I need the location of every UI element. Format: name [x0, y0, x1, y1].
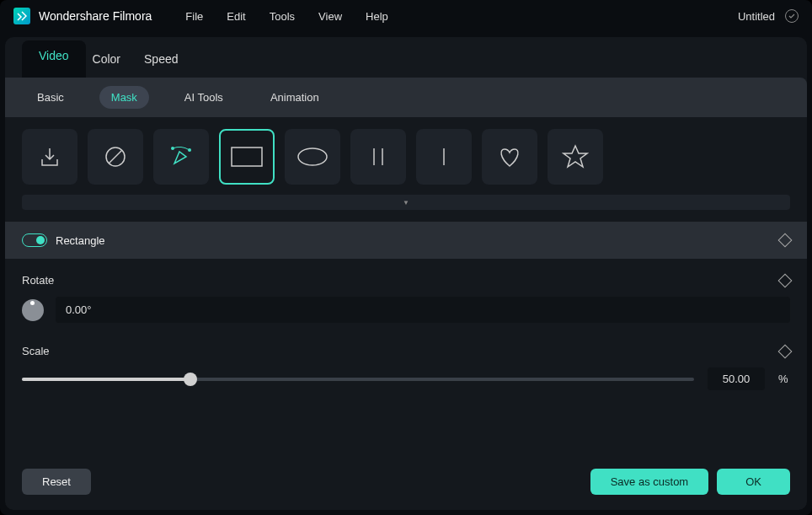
pen-icon: [168, 143, 195, 170]
rotate-knob[interactable]: [22, 299, 44, 321]
app-name: Wondershare Filmora: [39, 9, 152, 23]
titlebar: Wondershare Filmora File Edit Tools View…: [0, 0, 812, 32]
mask-section-header: Rectangle: [5, 222, 807, 259]
content-area: ▼ Rectangle Rotate 0.00° Sca: [5, 117, 807, 457]
panel: Video Color Speed Basic Mask AI Tools An…: [5, 37, 807, 510]
subtab-ai-tools[interactable]: AI Tools: [173, 86, 235, 109]
single-line-icon: [431, 144, 457, 169]
import-icon: [37, 144, 62, 169]
slider-thumb[interactable]: [184, 373, 197, 386]
svg-point-5: [298, 148, 327, 165]
rotate-label: Rotate: [22, 274, 54, 287]
expand-strip[interactable]: ▼: [22, 195, 790, 210]
shape-rectangle[interactable]: [219, 129, 275, 185]
scale-keyframe-icon[interactable]: [778, 344, 793, 358]
scale-value-field[interactable]: 50.00: [708, 367, 765, 390]
footer: Reset Save as custom OK: [5, 457, 807, 510]
shape-pen[interactable]: [153, 129, 209, 185]
subtab-animation[interactable]: Animation: [259, 86, 331, 109]
rectangle-icon: [230, 146, 264, 168]
subtab-mask[interactable]: Mask: [99, 86, 149, 109]
svg-rect-4: [232, 148, 262, 166]
shape-none[interactable]: [88, 129, 143, 185]
app-window: Wondershare Filmora File Edit Tools View…: [0, 0, 812, 515]
menu-tools[interactable]: Tools: [270, 10, 295, 23]
main-menu: File Edit Tools View Help: [185, 10, 387, 23]
shape-heart[interactable]: [482, 129, 537, 185]
shape-double-line[interactable]: [350, 129, 406, 185]
rotate-keyframe-icon[interactable]: [778, 273, 793, 287]
subtab-basic[interactable]: Basic: [25, 86, 76, 109]
section-title: Rectangle: [56, 234, 105, 247]
sync-status-icon[interactable]: [785, 9, 799, 23]
menu-file[interactable]: File: [185, 10, 203, 23]
star-icon: [562, 143, 589, 170]
keyframe-icon[interactable]: [778, 233, 793, 248]
document-title: Untitled: [738, 10, 775, 23]
tab-color[interactable]: Color: [93, 49, 120, 69]
slider-fill: [22, 378, 190, 381]
section-toggle[interactable]: [22, 233, 47, 247]
double-line-icon: [366, 144, 391, 169]
menu-edit[interactable]: Edit: [227, 10, 245, 23]
top-tabs: Video Color Speed: [5, 37, 807, 78]
sub-tabs: Basic Mask AI Tools Animation: [5, 78, 807, 117]
shape-picker: [5, 117, 807, 191]
save-as-custom-button[interactable]: Save as custom: [590, 469, 709, 495]
shape-import[interactable]: [22, 129, 77, 185]
menu-view[interactable]: View: [318, 10, 342, 23]
shape-ellipse[interactable]: [285, 129, 340, 185]
ok-button[interactable]: OK: [717, 469, 790, 495]
tab-video[interactable]: Video: [22, 40, 86, 78]
properties: Rotate 0.00° Scale 50.00: [5, 259, 807, 410]
shape-single-line[interactable]: [416, 129, 472, 185]
none-icon: [103, 144, 128, 169]
rotate-value-field[interactable]: 0.00°: [56, 297, 790, 323]
menu-help[interactable]: Help: [366, 10, 388, 23]
tab-speed[interactable]: Speed: [144, 49, 178, 69]
svg-line-1: [109, 150, 122, 164]
scale-label: Scale: [22, 345, 50, 357]
ellipse-icon: [296, 146, 329, 168]
app-logo-icon: [13, 8, 30, 24]
scale-unit: %: [778, 373, 790, 385]
shape-star[interactable]: [548, 129, 603, 185]
heart-icon: [496, 144, 523, 169]
reset-button[interactable]: Reset: [22, 469, 91, 495]
scale-slider[interactable]: [22, 378, 694, 381]
chevron-down-icon: ▼: [403, 199, 409, 207]
